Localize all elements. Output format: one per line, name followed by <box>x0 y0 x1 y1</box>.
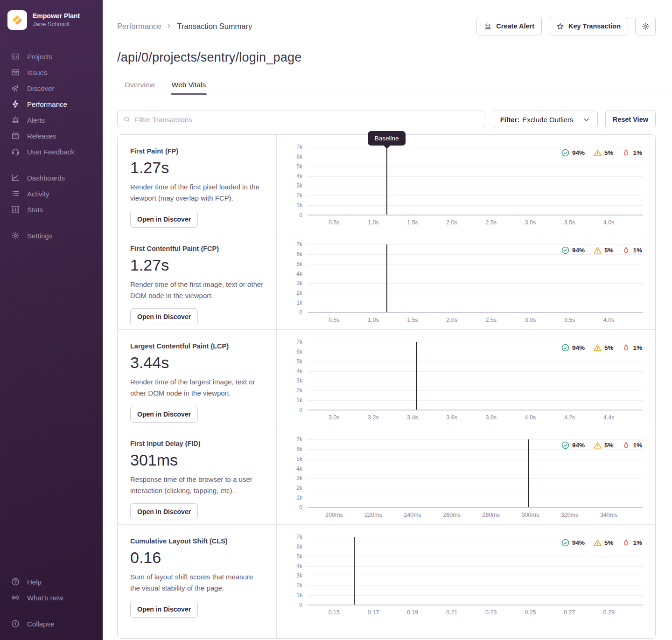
alerts-icon <box>11 115 20 125</box>
empower-plant-logo-icon <box>11 14 23 26</box>
sidebar-item-activity[interactable]: Activity <box>0 186 103 202</box>
open-in-discover-button[interactable]: Open in Discover <box>130 211 198 228</box>
sidebar-item-collapse[interactable]: Collapse <box>0 616 103 632</box>
sidebar-item-stats[interactable]: Stats <box>0 202 103 217</box>
org-logo <box>7 10 27 30</box>
open-in-discover-button[interactable]: Open in Discover <box>130 308 198 325</box>
baseline-marker <box>354 537 355 605</box>
settings-icon <box>11 231 20 240</box>
issues-icon <box>11 68 20 77</box>
org-switcher[interactable]: Empower Plant Jane Schmidt <box>0 7 103 39</box>
vital-info: Largest Contentful Paint (LCP) 3.44s Ren… <box>118 330 277 427</box>
poor-rating: 1% <box>622 344 642 352</box>
sidebar-item-discover[interactable]: Discover <box>0 80 103 96</box>
vital-chart: 94% 5% 1% 7k6k5k4k3k2k1k0 Baseline <box>277 135 655 232</box>
tab-web-vitals[interactable]: Web Vitals <box>171 77 207 95</box>
histogram-bars <box>357 342 518 410</box>
tab-overview[interactable]: Overview <box>124 77 156 95</box>
vital-name: First Contentful Paint (FCP) <box>130 245 264 252</box>
x-axis-labels: 3.0s3.2s3.4s3.6s3.8s4.0s4.2s4.4s <box>308 410 643 424</box>
histogram-plot[interactable]: 7k6k5k4k3k2k1k0 Baseline <box>308 537 643 605</box>
meh-rating: 5% <box>594 246 614 254</box>
star-icon <box>556 22 564 30</box>
sidebar-item-settings[interactable]: Settings <box>0 228 103 243</box>
vital-rating-legend: 94% 5% 1% <box>561 246 642 254</box>
outliers-filter-dropdown[interactable]: Filter:Exclude Outliers <box>493 111 598 128</box>
vital-row: First Contentful Paint (FCP) 1.27s Rende… <box>118 232 655 330</box>
warning-triangle-icon <box>594 246 602 254</box>
histogram-plot[interactable]: 7k6k5k4k3k2k1k0 Baseline <box>308 244 643 313</box>
sidebar-nav-collapse: Collapse <box>0 616 103 632</box>
dashboards-icon <box>11 173 20 182</box>
histogram-bars <box>327 244 491 313</box>
sidebar-item-releases[interactable]: Releases <box>0 128 103 144</box>
baseline-marker <box>386 244 387 313</box>
histogram-plot[interactable]: 7k6k5k4k3k2k1k0 Baseline <box>308 439 643 508</box>
poor-rating: 1% <box>622 149 642 157</box>
sidebar: Empower Plant Jane Schmidt Projects Issu… <box>0 0 103 640</box>
baseline-marker <box>386 147 387 215</box>
activity-icon <box>11 189 20 198</box>
histogram-plot[interactable]: 7k6k5k4k3k2k1k0 Baseline <box>308 342 643 410</box>
page-title: /api/0/projects/sentry/login_page <box>117 50 656 65</box>
check-circle-icon <box>561 344 569 352</box>
transaction-settings-button[interactable] <box>635 17 656 35</box>
search-icon <box>123 116 131 123</box>
open-in-discover-button[interactable]: Open in Discover <box>130 406 198 423</box>
sidebar-nav-primary: Projects Issues Discover Performance Ale… <box>0 49 103 160</box>
vital-value: 3.44s <box>130 354 264 372</box>
flame-icon <box>622 344 630 352</box>
collapse-icon <box>11 619 20 628</box>
sidebar-item-issues[interactable]: Issues <box>0 64 103 80</box>
tab-bar: Overview Web Vitals <box>103 77 672 95</box>
x-axis-labels: 0.150.170.190.210.230.250.270.29 <box>308 605 643 619</box>
vital-row: Largest Contentful Paint (LCP) 3.44s Ren… <box>118 330 655 427</box>
vital-chart: 94% 5% 1% 7k6k5k4k3k2k1k0 Baseline <box>277 232 655 329</box>
check-circle-icon <box>561 246 569 254</box>
org-name: Empower Plant <box>33 12 80 21</box>
vital-name: First Input Delay (FID) <box>130 440 264 447</box>
vital-description: Response time of the browser to a user i… <box>130 474 264 496</box>
vital-rating-legend: 94% 5% 1% <box>561 344 642 352</box>
vital-description: Render time of the first pixel loaded in… <box>130 181 264 204</box>
breadcrumb-current: Transaction Summary <box>177 22 252 31</box>
meh-rating: 5% <box>594 149 614 157</box>
gear-icon <box>642 22 650 30</box>
check-circle-icon <box>561 149 569 157</box>
sidebar-item-alerts[interactable]: Alerts <box>0 112 103 128</box>
siren-icon <box>484 22 492 30</box>
open-in-discover-button[interactable]: Open in Discover <box>130 601 198 618</box>
vital-chart: 94% 5% 1% 7k6k5k4k3k2k1k0 Baseline <box>277 330 655 427</box>
histogram-bars <box>319 537 466 605</box>
chevron-right-icon <box>166 23 172 29</box>
warning-triangle-icon <box>594 441 602 449</box>
warning-triangle-icon <box>594 344 602 352</box>
vital-chart: 94% 5% 1% 7k6k5k4k3k2k1k0 Baseline <box>277 427 655 524</box>
good-rating: 94% <box>561 539 585 547</box>
vital-description: Render time of the first image, text or … <box>130 279 264 301</box>
histogram-plot[interactable]: 7k6k5k4k3k2k1k0 Baseline <box>308 147 643 215</box>
sidebar-item-performance[interactable]: Performance <box>0 96 103 112</box>
sidebar-item-projects[interactable]: Projects <box>0 49 103 64</box>
sidebar-item-dashboards[interactable]: Dashboards <box>0 170 103 186</box>
histogram-bars <box>327 147 491 215</box>
open-in-discover-button[interactable]: Open in Discover <box>130 503 198 520</box>
sidebar-nav-tertiary: Settings <box>0 228 103 243</box>
search-input[interactable] <box>135 116 479 124</box>
sidebar-item-help[interactable]: Help <box>0 574 103 590</box>
main-content: Performance Transaction Summary Create A… <box>103 0 672 640</box>
poor-rating: 1% <box>622 539 642 547</box>
filter-transactions-search[interactable] <box>117 111 485 128</box>
create-alert-button[interactable]: Create Alert <box>476 17 542 35</box>
vital-value: 1.27s <box>130 159 264 177</box>
poor-rating: 1% <box>622 246 642 254</box>
chevron-down-icon <box>582 116 590 124</box>
key-transaction-button[interactable]: Key Transaction <box>549 17 628 35</box>
sidebar-item-user-feedback[interactable]: User Feedback <box>0 144 103 160</box>
x-axis-labels: 0.5s1.0s1.5s2.0s2.5s3.0s3.5s4.0s <box>308 215 643 229</box>
breadcrumb-performance-link[interactable]: Performance <box>117 22 161 31</box>
vital-name: Largest Contentful Paint (LCP) <box>130 342 264 350</box>
vital-description: Render time of the largest image, text o… <box>130 376 264 399</box>
sidebar-item-what-s-new[interactable]: What’s new <box>0 590 103 605</box>
reset-view-button[interactable]: Reset View <box>605 111 656 128</box>
